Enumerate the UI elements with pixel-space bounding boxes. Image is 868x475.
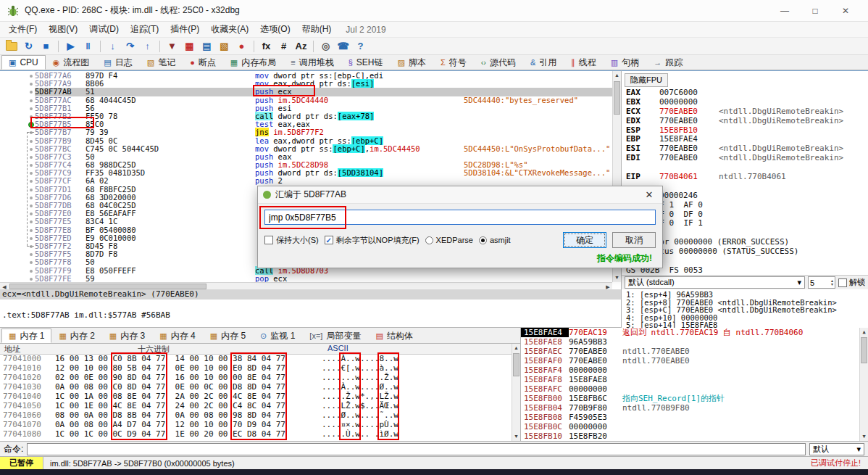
- dump-row-77041030[interactable]: 770410300A 00 08 00 C0 8D 04 77 0E 00 0C…: [0, 382, 510, 392]
- tab-13[interactable]: ∥线程: [564, 55, 604, 70]
- dialog-titlebar[interactable]: 汇编于 5D8F77AB ✕: [258, 186, 662, 204]
- scroll-thumb[interactable]: [513, 353, 519, 376]
- breakpoint-gutter[interactable]: [0, 96, 35, 104]
- assemble-instruction-input[interactable]: [264, 210, 656, 225]
- breakpoint-gutter[interactable]: [0, 88, 35, 96]
- gutter-dot[interactable]: [30, 253, 33, 256]
- tab-5[interactable]: ●断点: [183, 55, 223, 70]
- scroll-thumb[interactable]: [9, 284, 206, 289]
- unlock-checkbox[interactable]: [838, 278, 847, 287]
- bottom-tab-3[interactable]: ▦内存 3: [102, 329, 152, 343]
- gutter-dot[interactable]: [30, 164, 33, 167]
- breakpoint-dot[interactable]: [28, 122, 34, 128]
- tab-6[interactable]: ▦内存布局: [223, 55, 283, 70]
- stack-row-15E8FAF4[interactable]: 15E8FAF400000000: [521, 365, 859, 375]
- breakpoint-gutter[interactable]: [0, 194, 35, 202]
- trace-button[interactable]: ▼: [164, 39, 180, 54]
- step-out-button[interactable]: ↑: [139, 39, 156, 54]
- gutter-dot[interactable]: [30, 205, 33, 207]
- register-row-ecx[interactable]: ECX770EABE0<ntdll.DbgUiRemoteBreakin>: [626, 107, 867, 117]
- dump-row-77041060[interactable]: 7704106008 00 0A 00 D8 8B 04 77 0A 00 08…: [0, 410, 510, 420]
- register-row-eax[interactable]: EAX007C6000: [626, 88, 867, 98]
- command-input[interactable]: [27, 443, 806, 455]
- gutter-dot[interactable]: [30, 83, 33, 86]
- breakpoint-gutter[interactable]: [0, 169, 35, 177]
- bottom-tab-1[interactable]: ▦内存 1: [1, 329, 51, 343]
- scroll-thumb[interactable]: [861, 337, 867, 363]
- step-into-button[interactable]: ↓: [104, 39, 121, 54]
- dump-row-77041070[interactable]: 770410700A 00 08 00 A4 D7 04 77 12 00 10…: [0, 420, 510, 429]
- gutter-dot[interactable]: [30, 75, 33, 78]
- gutter-dot[interactable]: [30, 245, 33, 248]
- dump-vscrollbar[interactable]: ▲ ▼: [512, 344, 520, 441]
- breakpoint-gutter[interactable]: [0, 80, 35, 88]
- tab-10[interactable]: Σ符号: [433, 55, 474, 70]
- tab-1[interactable]: ▣CPU: [1, 55, 46, 70]
- bottom-tab-8[interactable]: ▤结构体: [368, 329, 420, 343]
- stack-row-15E8FB08[interactable]: 15E8FB08F45905E3: [521, 413, 859, 422]
- stack-row-15E8FAF8[interactable]: 15E8FAF815E8FAE8: [521, 375, 859, 384]
- gutter-dot[interactable]: [30, 156, 33, 159]
- gutter-dot[interactable]: [30, 148, 33, 151]
- attach-button[interactable]: ☎: [335, 39, 351, 54]
- menu-item-7[interactable]: 选项(O): [254, 22, 296, 37]
- register-row-ebx[interactable]: EBX00000000: [626, 98, 867, 107]
- scroll-down-icon[interactable]: ▼: [860, 432, 868, 441]
- gutter-dot[interactable]: [30, 270, 33, 273]
- dialog-close-icon[interactable]: ✕: [641, 189, 657, 200]
- stack-row-15E8FB10[interactable]: 15E8FB1015E8FB20: [521, 431, 859, 441]
- nop-fill-control[interactable]: 剩余字节以NOP填充(F): [325, 235, 420, 246]
- breakpoint-gutter[interactable]: [0, 177, 35, 185]
- convention-select[interactable]: 默认 (stdcall) ▾: [625, 276, 805, 289]
- settings-button[interactable]: ◎: [317, 39, 334, 54]
- command-profile-select[interactable]: 默认 ▾: [809, 443, 864, 455]
- dump-row-77041000[interactable]: 7704100016 00 13 00 C0 8B 04 77 14 00 10…: [0, 354, 510, 363]
- dump-row-77041080[interactable]: 770410801C 00 1C 00 0C D9 04 77 1E 00 20…: [0, 429, 510, 439]
- memory-map-button[interactable]: ▦: [181, 39, 198, 54]
- stack-vscrollbar[interactable]: ▲ ▼: [859, 328, 868, 441]
- tab-7[interactable]: ≡调用堆栈: [283, 55, 341, 70]
- stop-button[interactable]: ■: [38, 39, 54, 54]
- asmjit-radio[interactable]: [479, 236, 487, 244]
- arg-count-stepper[interactable]: 5 ▴▾: [808, 276, 835, 289]
- gutter-dot[interactable]: [30, 261, 33, 264]
- menu-item-6[interactable]: 收藏夹(A): [205, 22, 254, 37]
- stepper-arrows-icon[interactable]: ▴▾: [831, 279, 833, 286]
- breakpoint-gutter[interactable]: [0, 267, 35, 275]
- hide-fpu-button[interactable]: 隐藏FPU: [625, 73, 668, 87]
- asmjit-control[interactable]: asmjit: [479, 236, 511, 244]
- menu-item-2[interactable]: 视图(V): [43, 22, 83, 37]
- breakpoint-gutter[interactable]: [0, 186, 35, 194]
- stack-row-15E8FB0C[interactable]: 15E8FB0C00000000: [521, 422, 859, 431]
- tab-8[interactable]: §SEH链: [341, 55, 391, 70]
- bottom-tab-4[interactable]: ▦内存 4: [152, 329, 202, 343]
- keep-size-control[interactable]: 保持大小(S): [264, 235, 319, 246]
- keep-size-checkbox[interactable]: [264, 236, 273, 244]
- breakpoint-gutter[interactable]: [0, 153, 35, 161]
- ok-button[interactable]: 确定: [563, 232, 606, 248]
- breakpoint-gutter[interactable]: [0, 120, 35, 128]
- tab-2[interactable]: ◉流程图: [46, 55, 97, 70]
- gutter-dot[interactable]: [30, 220, 33, 223]
- scroll-down-icon[interactable]: ▼: [512, 432, 520, 441]
- gutter-dot[interactable]: [30, 140, 33, 143]
- xedparse-radio[interactable]: [425, 236, 433, 244]
- breakpoint-gutter[interactable]: [0, 226, 35, 234]
- scroll-up-icon[interactable]: ▲: [860, 328, 868, 336]
- tab-11[interactable]: ‹›源代码: [474, 55, 523, 70]
- stack-pane[interactable]: 15E8FAE4770EAC19返回到 ntdll.770EAC19 自 ntd…: [520, 328, 868, 441]
- gutter-dot[interactable]: [30, 237, 33, 240]
- breakpoint-gutter[interactable]: [0, 202, 35, 210]
- breakpoint-gutter[interactable]: [0, 72, 35, 80]
- breakpoint-gutter[interactable]: [0, 112, 35, 120]
- cancel-button[interactable]: 取消: [612, 232, 656, 248]
- breakpoint-gutter[interactable]: [0, 258, 35, 266]
- tab-14[interactable]: ▥句柄: [604, 55, 646, 70]
- tab-12[interactable]: &引用: [523, 55, 564, 70]
- help-button[interactable]: ?: [352, 39, 369, 54]
- breakpoint-gutter[interactable]: [0, 104, 35, 112]
- log-button[interactable]: ▤: [199, 39, 215, 54]
- gutter-dot[interactable]: [30, 180, 33, 183]
- bottom-tab-7[interactable]: [x=]局部变量: [302, 329, 368, 343]
- scroll-up-icon[interactable]: ▲: [512, 344, 520, 352]
